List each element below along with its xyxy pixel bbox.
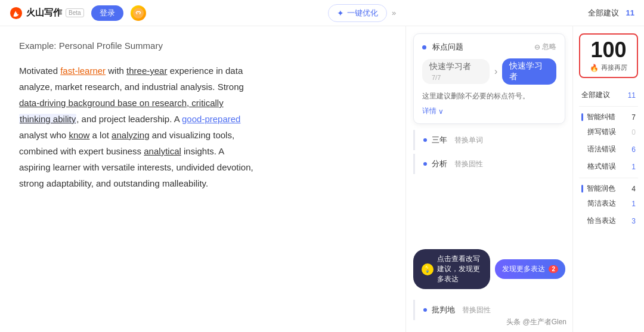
right-menu-proper[interactable]: 恰当表达 3 bbox=[579, 212, 638, 229]
highlight-know[interactable]: know bbox=[69, 130, 89, 140]
suggestion-item-1[interactable]: 三年 替换单词 bbox=[413, 130, 565, 150]
item-word-1: 三年 bbox=[432, 135, 447, 145]
right-menu-grammar[interactable]: 语法错误 6 bbox=[579, 141, 638, 158]
topbar: 火山写作 Beta 登录 ✦ 一键优化 » 全部建议 11 bbox=[0, 0, 644, 26]
content-text: Motivated bbox=[19, 66, 60, 76]
format-count: 1 bbox=[631, 163, 636, 171]
smart-error-count: 7 bbox=[631, 113, 636, 122]
highlight-analyzing[interactable]: analyzing bbox=[112, 130, 149, 140]
content-text: , and project leadership. A bbox=[76, 114, 182, 124]
ignore-label: 忽略 bbox=[542, 42, 556, 52]
topbar-center: ✦ 一键优化 » bbox=[153, 4, 571, 22]
score-subtitle: 🔥 再接再厉 bbox=[586, 63, 631, 72]
login-button[interactable]: 登录 bbox=[91, 5, 123, 21]
format-label: 格式错误 bbox=[587, 162, 631, 172]
smart-error-label: 智能纠错 bbox=[587, 112, 631, 122]
item-dot bbox=[423, 162, 427, 166]
grammar-count: 6 bbox=[631, 145, 636, 154]
original-word-tag: 7/7 bbox=[432, 74, 441, 81]
content-paragraph-6: combined with expert business analytical… bbox=[19, 143, 386, 159]
card-header-left: 标点问题 bbox=[422, 41, 463, 52]
spelling-label: 拼写错误 bbox=[587, 127, 631, 137]
word-original: 快速学习者 7/7 bbox=[422, 59, 490, 84]
content-paragraph-1: Motivated fast-learner with three-year e… bbox=[19, 63, 386, 79]
card-detail-button[interactable]: 详情 ∨ bbox=[422, 106, 556, 116]
item-word-2: 分析 bbox=[432, 159, 447, 169]
suggestions-label: 全部建议 bbox=[588, 8, 619, 18]
original-word-text: 快速学习者 bbox=[429, 61, 471, 71]
proper-label: 恰当表达 bbox=[587, 216, 631, 226]
logo-area: 火山写作 Beta bbox=[10, 7, 84, 20]
logo-icon bbox=[10, 7, 23, 20]
content-paragraph-7: aspiring learner with versatile interest… bbox=[19, 159, 386, 175]
highlight-data-driving[interactable]: data-driving background base on research… bbox=[19, 98, 224, 108]
item-dot bbox=[423, 308, 427, 312]
avatar-button[interactable] bbox=[131, 5, 146, 21]
smart-error-section: 智能纠错 7 拼写错误 0 语法错误 6 格式错误 1 bbox=[579, 109, 638, 175]
right-menu: 全部建议 11 智能纠错 7 拼写错误 0 语法错误 6 bbox=[573, 86, 644, 332]
arrow-icon: › bbox=[494, 66, 497, 77]
lightbulb-icon: 💡 bbox=[422, 263, 434, 275]
smart-error-header: 智能纠错 7 bbox=[579, 109, 638, 123]
all-count: 11 bbox=[628, 91, 636, 100]
watermark-text: 头条 @生产者Glen bbox=[506, 318, 566, 326]
proper-count: 3 bbox=[631, 217, 636, 225]
right-panel: 100 🔥 再接再厉 全部建议 11 智能纠错 7 bbox=[572, 26, 644, 332]
concise-count: 1 bbox=[631, 200, 636, 208]
smart-color-count: 4 bbox=[631, 185, 636, 193]
svg-point-3 bbox=[139, 13, 140, 14]
right-menu-spelling[interactable]: 拼写错误 0 bbox=[579, 123, 638, 141]
avatar-icon bbox=[133, 8, 144, 18]
document-title: Example: Personal Profile Summary bbox=[19, 41, 386, 51]
score-box: 100 🔥 再接再厉 bbox=[579, 33, 638, 78]
smart-color-label: 智能润色 bbox=[587, 184, 631, 194]
optimize-button[interactable]: ✦ 一键优化 bbox=[328, 4, 387, 22]
logo-text: 火山写作 bbox=[26, 7, 62, 18]
content-paragraph-8: strong adaptability, and outstanding mal… bbox=[19, 175, 386, 191]
content-text: analyst who bbox=[19, 130, 69, 140]
right-menu-format[interactable]: 格式错误 1 bbox=[579, 158, 638, 175]
score-number: 100 bbox=[586, 39, 631, 61]
highlight-good-prepared[interactable]: good-prepared bbox=[182, 114, 240, 124]
fire-icon: 🔥 bbox=[590, 64, 599, 72]
content-text: and visualizing tools, bbox=[150, 130, 235, 140]
item-word-4: 批判地 bbox=[432, 305, 455, 315]
chevron-right-icon: » bbox=[392, 8, 396, 17]
word-replacement[interactable]: 快速学习者 bbox=[502, 58, 556, 85]
accent-bar bbox=[581, 113, 583, 121]
watermark: 头条 @生产者Glen bbox=[506, 317, 566, 327]
highlight-fast-learner[interactable]: fast-learner bbox=[60, 66, 106, 76]
item-dot bbox=[423, 138, 427, 142]
tooltip-bubble: 💡 点击查看改写建议，发现更多表达 bbox=[413, 249, 490, 289]
spelling-count: 0 bbox=[631, 128, 636, 136]
card-description: 这里建议删除不必要的标点符号。 bbox=[422, 91, 556, 101]
editor-area: Example: Personal Profile Summary Motiva… bbox=[0, 26, 405, 332]
highlight-analytical[interactable]: analytical bbox=[144, 146, 181, 156]
document-content: Motivated fast-learner with three-year e… bbox=[19, 63, 386, 191]
suggestions-count: 11 bbox=[626, 8, 634, 17]
divider-2 bbox=[579, 178, 638, 178]
ignore-button[interactable]: ⊖ 忽略 bbox=[534, 42, 556, 52]
highlight-thinking-ability[interactable]: thinking ability bbox=[19, 114, 76, 124]
item-action-2: 替换固性 bbox=[454, 159, 483, 169]
tooltip-popup: 💡 点击查看改写建议，发现更多表达 发现更多表达 2 bbox=[413, 249, 565, 289]
highlight-three-year[interactable]: three-year bbox=[126, 66, 167, 76]
chevron-down-icon: ∨ bbox=[438, 107, 444, 116]
item-action-4: 替换固性 bbox=[462, 305, 491, 315]
right-menu-concise[interactable]: 简洁表达 1 bbox=[579, 195, 638, 212]
sparkle-icon: ✦ bbox=[337, 8, 344, 18]
grammar-label: 语法错误 bbox=[587, 144, 631, 154]
discover-button[interactable]: 发现更多表达 2 bbox=[495, 259, 565, 279]
item-action-1: 替换单词 bbox=[454, 135, 483, 145]
content-paragraph-4: thinking ability, and project leadership… bbox=[19, 111, 386, 127]
smart-color-section: 智能润色 4 简洁表达 1 恰当表达 3 bbox=[579, 181, 638, 229]
content-paragraph-5: analyst who know a lot analyzing and vis… bbox=[19, 127, 386, 143]
card-type-label: 标点问题 bbox=[432, 42, 463, 51]
content-paragraph-2: analyze, market research, and industrial… bbox=[19, 79, 386, 95]
right-menu-all[interactable]: 全部建议 11 bbox=[579, 86, 638, 104]
ignore-circle-icon: ⊖ bbox=[534, 43, 540, 51]
suggestion-item-2[interactable]: 分析 替换固性 bbox=[413, 154, 565, 174]
divider bbox=[579, 106, 638, 107]
all-label: 全部建议 bbox=[581, 90, 628, 100]
accent-bar-2 bbox=[581, 185, 583, 193]
